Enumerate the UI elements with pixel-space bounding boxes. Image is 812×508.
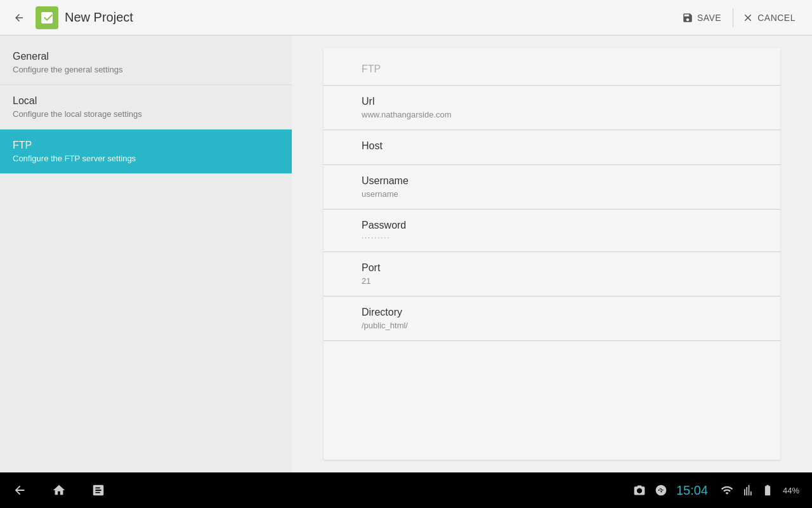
bottom-nav-left [13, 483, 633, 497]
cat-icon [655, 484, 667, 497]
setting-password[interactable]: Password ········· [324, 210, 780, 252]
app-bar: New Project SAVE CANCEL [0, 0, 812, 36]
sidebar-item-general-title: General [13, 51, 279, 62]
sidebar-item-local[interactable]: Local Configure the local storage settin… [0, 85, 292, 130]
app-title: New Project [65, 10, 673, 25]
setting-host[interactable]: Host [324, 130, 780, 165]
sidebar-item-general[interactable]: General Configure the general settings [0, 41, 292, 85]
setting-username-label: Username [362, 175, 765, 187]
setting-port-value: 21 [362, 276, 765, 286]
setting-port-label: Port [362, 262, 765, 274]
cancel-label: CANCEL [757, 13, 796, 23]
wifi-icon [721, 484, 733, 497]
sidebar-item-local-title: Local [13, 95, 279, 107]
battery-percentage: 44% [783, 486, 799, 495]
screenshot-icon[interactable] [633, 484, 646, 497]
setting-directory[interactable]: Directory /public_html/ [324, 297, 780, 341]
save-button[interactable]: SAVE [673, 8, 730, 27]
setting-url-value: www.nathangarside.com [362, 110, 765, 119]
setting-port[interactable]: Port 21 [324, 252, 780, 297]
recents-nav-icon[interactable] [91, 483, 105, 497]
back-nav-icon[interactable] [13, 483, 27, 497]
setting-password-label: Password [362, 220, 765, 231]
sidebar-item-local-subtitle: Configure the local storage settings [13, 109, 279, 119]
sidebar-item-ftp-title: FTP [13, 140, 279, 151]
setting-username-value: username [362, 189, 765, 199]
setting-password-value: ········· [362, 234, 765, 241]
time-display: 15:04 [676, 483, 708, 498]
cancel-button[interactable]: CANCEL [733, 8, 804, 27]
setting-directory-label: Directory [362, 307, 765, 318]
setting-username[interactable]: Username username [324, 165, 780, 210]
back-button[interactable] [8, 6, 30, 29]
setting-url-label: Url [362, 96, 765, 107]
sidebar-item-ftp[interactable]: FTP Configure the FTP server settings [0, 130, 292, 174]
save-label: SAVE [697, 13, 721, 23]
sidebar-item-general-subtitle: Configure the general settings [13, 65, 279, 74]
bottom-nav-right: 15:04 44% [633, 483, 799, 498]
main-content: General Configure the general settings L… [0, 36, 812, 472]
bottom-bar: 15:04 44% [0, 472, 812, 508]
app-icon [36, 6, 58, 29]
home-nav-icon[interactable] [52, 483, 66, 497]
sidebar-item-ftp-subtitle: Configure the FTP server settings [13, 154, 279, 163]
setting-directory-value: /public_html/ [362, 321, 765, 330]
setting-host-label: Host [362, 140, 765, 152]
sidebar: General Configure the general settings L… [0, 36, 292, 472]
detail-card: FTP Url www.nathangarside.com Host Usern… [324, 48, 780, 460]
detail-section-title: FTP [324, 64, 780, 86]
battery-icon [761, 484, 774, 497]
detail-panel: FTP Url www.nathangarside.com Host Usern… [292, 36, 812, 472]
signal-icon [742, 484, 752, 497]
setting-url[interactable]: Url www.nathangarside.com [324, 86, 780, 130]
